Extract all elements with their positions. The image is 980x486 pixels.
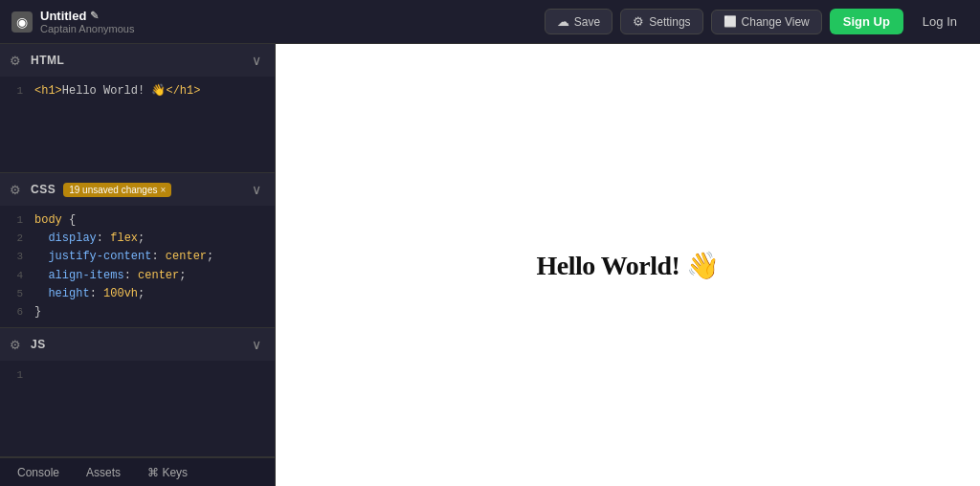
css-line-5: 5 height: 100vh; <box>0 285 275 303</box>
line-number: 1 <box>8 82 23 100</box>
css-gear-icon[interactable]: ⚙ <box>10 183 23 196</box>
unsaved-badge-text: 19 unsaved changes <box>69 185 157 195</box>
edit-icon[interactable]: ✎ <box>90 10 99 22</box>
html-panel-header-left: ⚙ HTML <box>10 54 64 67</box>
html-code-text: <h1>Hello World! 👋</h1> <box>34 82 200 100</box>
change-view-icon: ⬜ <box>724 15 737 28</box>
js-gear-icon[interactable]: ⚙ <box>10 338 23 351</box>
css-line-1: 1 body { <box>0 211 275 230</box>
keys-tab[interactable]: ⌘ Keys <box>134 462 201 483</box>
left-panel: ⚙ HTML ∨ 1 <h1>Hello World! 👋</h1> ⚙ CSS <box>0 44 276 486</box>
line-number: 2 <box>8 230 23 248</box>
unsaved-badge-close[interactable]: × <box>160 185 166 195</box>
topbar-left: ◉ Untitled ✎ Captain Anonymous <box>11 9 134 34</box>
html-collapse-button[interactable]: ∨ <box>248 53 265 68</box>
login-button[interactable]: Log In <box>911 9 969 34</box>
settings-label: Settings <box>649 15 690 29</box>
css-line-4: 4 align-items: center; <box>0 267 275 285</box>
title-text: Untitled <box>40 9 86 23</box>
js-panel-header: ⚙ JS ∨ <box>0 328 275 361</box>
js-line-1: 1 <box>0 366 275 385</box>
css-code-area[interactable]: 1 body { 2 display: flex; 3 justify-cont… <box>0 206 275 327</box>
assets-tab[interactable]: Assets <box>73 462 134 483</box>
html-panel-title: HTML <box>31 54 64 67</box>
html-section: ⚙ HTML ∨ 1 <h1>Hello World! 👋</h1> <box>0 44 275 173</box>
html-panel-header: ⚙ HTML ∨ <box>0 44 275 77</box>
bottom-tabs: Console Assets ⌘ Keys <box>0 457 275 486</box>
preview-content: Hello World! 👋 <box>537 250 720 281</box>
js-code-area[interactable]: 1 <box>0 361 275 456</box>
css-section: ⚙ CSS 19 unsaved changes × ∨ 1 body { 2 … <box>0 173 275 328</box>
js-panel-header-left: ⚙ JS <box>10 338 46 351</box>
app-icon: ◉ <box>11 11 33 33</box>
line-number: 3 <box>8 248 23 266</box>
change-view-label: Change View <box>742 15 810 29</box>
css-code: height: 100vh; <box>34 285 145 303</box>
line-number: 1 <box>8 211 23 230</box>
save-icon: ☁ <box>557 14 569 29</box>
js-panel-title: JS <box>31 338 46 351</box>
css-panel-header: ⚙ CSS 19 unsaved changes × ∨ <box>0 173 275 206</box>
html-code-line-1: 1 <h1>Hello World! 👋</h1> <box>0 82 275 100</box>
html-gear-icon[interactable]: ⚙ <box>10 54 23 67</box>
css-panel-title: CSS <box>31 183 56 196</box>
save-label: Save <box>574 15 600 29</box>
css-panel-header-left: ⚙ CSS 19 unsaved changes × <box>10 183 171 197</box>
css-code: justify-content: center; <box>34 248 213 266</box>
subtitle: Captain Anonymous <box>40 23 134 34</box>
css-line-6: 6 } <box>0 303 275 321</box>
line-number: 4 <box>8 267 23 285</box>
css-line-3: 3 justify-content: center; <box>0 248 275 266</box>
css-code: body { <box>34 211 76 230</box>
change-view-button[interactable]: ⬜ Change View <box>711 10 822 34</box>
main: ⚙ HTML ∨ 1 <h1>Hello World! 👋</h1> ⚙ CSS <box>0 44 980 486</box>
line-number: 6 <box>8 303 23 321</box>
topbar-right: ☁ Save ⚙ Settings ⬜ Change View Sign Up … <box>545 9 969 34</box>
js-collapse-button[interactable]: ∨ <box>248 337 265 352</box>
topbar: ◉ Untitled ✎ Captain Anonymous ☁ Save ⚙ … <box>0 0 980 44</box>
console-tab[interactable]: Console <box>4 462 73 483</box>
css-collapse-button[interactable]: ∨ <box>248 182 265 197</box>
settings-icon: ⚙ <box>633 14 644 29</box>
line-number: 1 <box>8 366 23 385</box>
save-button[interactable]: ☁ Save <box>545 9 612 34</box>
preview-area: Hello World! 👋 <box>276 44 980 486</box>
signup-button[interactable]: Sign Up <box>830 9 903 34</box>
css-code: display: flex; <box>34 230 145 248</box>
unsaved-badge: 19 unsaved changes × <box>63 183 171 197</box>
settings-button[interactable]: ⚙ Settings <box>620 9 702 34</box>
title-group: Untitled ✎ Captain Anonymous <box>40 9 134 34</box>
line-number: 5 <box>8 285 23 303</box>
css-line-2: 2 display: flex; <box>0 230 275 248</box>
js-section: ⚙ JS ∨ 1 <box>0 328 275 457</box>
html-code-area[interactable]: 1 <h1>Hello World! 👋</h1> <box>0 77 275 172</box>
app-title: Untitled ✎ <box>40 9 134 23</box>
css-code: align-items: center; <box>34 267 186 285</box>
css-code: } <box>34 303 41 321</box>
